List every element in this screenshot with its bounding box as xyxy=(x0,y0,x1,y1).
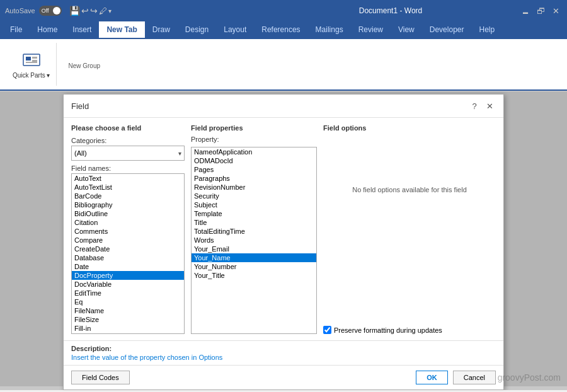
field-list-item[interactable]: DocProperty xyxy=(72,271,184,280)
undo-icon[interactable]: ↩ xyxy=(81,6,89,16)
field-list-item[interactable]: Fill-in xyxy=(72,324,184,333)
title-bar-buttons: 🗕 🗗 ✕ xyxy=(519,4,562,17)
close-button[interactable]: ✕ xyxy=(549,4,562,17)
property-list-item[interactable]: Words xyxy=(192,236,316,245)
field-list-item[interactable]: Eq xyxy=(72,297,184,306)
property-list-item[interactable]: Security xyxy=(192,192,316,200)
svg-rect-4 xyxy=(26,62,37,63)
categories-select[interactable]: (All) ▾ xyxy=(71,146,185,161)
property-list[interactable]: NameofApplicationODMADocIdPagesParagraph… xyxy=(191,147,317,334)
field-list-item[interactable]: AutoTextList xyxy=(72,183,184,192)
field-codes-button[interactable]: Field Codes xyxy=(71,371,130,384)
tab-insert[interactable]: Insert xyxy=(65,21,99,39)
property-list-item[interactable]: TotalEditingTime xyxy=(192,227,316,236)
ribbon-group-quick-parts: Quick Parts ▾ xyxy=(6,43,57,86)
field-list-item[interactable]: Comments xyxy=(72,227,184,236)
field-list-item[interactable]: CreateDate xyxy=(72,245,184,253)
categories-value: (All) xyxy=(74,149,87,157)
description-text: Insert the value of the property chosen … xyxy=(71,354,496,361)
field-list-item[interactable]: Database xyxy=(72,253,184,262)
dropdown-arrow-icon[interactable]: ▾ xyxy=(108,8,112,14)
dialog-action-buttons: OK Cancel xyxy=(416,371,496,384)
field-options-label: Field options xyxy=(323,124,496,132)
autosave-label: AutoSave xyxy=(5,7,35,14)
field-list-item[interactable]: EditTime xyxy=(72,289,184,297)
field-list-item[interactable]: FileSize xyxy=(72,315,184,324)
field-list-item[interactable]: Bibliography xyxy=(72,200,184,209)
dialog-left-column: Please choose a field Categories: (All) … xyxy=(71,124,185,334)
tab-developer[interactable]: Developer xyxy=(422,21,472,39)
property-list-item[interactable]: Pages xyxy=(192,165,316,174)
categories-group: Categories: (All) ▾ xyxy=(71,137,185,161)
redo-icon[interactable]: ↪ xyxy=(90,6,98,16)
dialog-close-button[interactable]: ✕ xyxy=(483,100,496,112)
tab-view[interactable]: View xyxy=(391,21,422,39)
save-icon[interactable]: 💾 xyxy=(69,6,80,16)
description-label: Description: xyxy=(71,345,496,352)
tab-file[interactable]: File xyxy=(3,21,30,39)
categories-arrow-icon: ▾ xyxy=(178,150,181,157)
property-list-item[interactable]: ODMADocId xyxy=(192,156,316,165)
dialog-help-button[interactable]: ? xyxy=(468,100,481,112)
property-list-item[interactable]: Your_Name xyxy=(192,253,316,262)
field-list-item[interactable]: AutoText xyxy=(72,174,184,183)
field-names-list[interactable]: AutoTextAutoTextListBarCodeBibliographyB… xyxy=(71,173,185,334)
property-list-item[interactable]: Your_Number xyxy=(192,262,316,271)
tab-review[interactable]: Review xyxy=(351,21,391,39)
dialog-description: Description: Insert the value of the pro… xyxy=(64,340,503,365)
property-list-item[interactable]: Paragraphs xyxy=(192,174,316,183)
property-list-item[interactable]: Your_Title xyxy=(192,271,316,280)
tab-home[interactable]: Home xyxy=(30,21,65,39)
title-bar: AutoSave Off 💾 ↩ ↪ 🖊 ▾ Document1 - Word … xyxy=(0,0,567,21)
ok-button[interactable]: OK xyxy=(416,371,448,384)
autosave-off-label: Off xyxy=(42,8,49,14)
svg-rect-0 xyxy=(23,54,40,66)
customize-icon[interactable]: 🖊 xyxy=(99,6,107,16)
quick-parts-icon[interactable] xyxy=(21,50,42,71)
dialog-overlay: Field ? ✕ Please choose a field Categori… xyxy=(0,91,567,386)
svg-rect-1 xyxy=(26,57,31,61)
minimize-button[interactable]: 🗕 xyxy=(519,4,532,17)
tab-help[interactable]: Help xyxy=(471,21,502,39)
undo-redo-group: 💾 ↩ ↪ 🖊 ▾ xyxy=(69,6,112,16)
property-list-item[interactable]: Your_Email xyxy=(192,245,316,253)
property-list-item[interactable]: RevisionNumber xyxy=(192,183,316,192)
preserve-formatting-group: Preserve formatting during updates xyxy=(323,326,496,334)
ribbon-tabs: File Home Insert New Tab Draw Design Lay… xyxy=(0,21,567,39)
field-names-group: Field names: AutoTextAutoTextListBarCode… xyxy=(71,164,185,334)
preserve-formatting-label: Preserve formatting during updates xyxy=(334,326,442,334)
field-list-item[interactable]: DocVariable xyxy=(72,280,184,289)
dialog-footer: Field Codes OK Cancel xyxy=(64,365,503,389)
svg-rect-2 xyxy=(32,57,37,59)
title-bar-title: Document1 - Word xyxy=(262,6,519,15)
cancel-button[interactable]: Cancel xyxy=(453,371,496,384)
property-list-item[interactable]: Template xyxy=(192,209,316,218)
field-dialog: Field ? ✕ Please choose a field Categori… xyxy=(63,94,504,390)
property-list-item[interactable]: Title xyxy=(192,218,316,227)
field-options-text: No field options available for this fiel… xyxy=(323,186,496,193)
ribbon: File Home Insert New Tab Draw Design Lay… xyxy=(0,21,567,91)
property-list-item[interactable]: NameofApplication xyxy=(192,147,316,156)
tab-design[interactable]: Design xyxy=(178,21,216,39)
property-label: Property: xyxy=(191,135,317,143)
field-list-item[interactable]: Compare xyxy=(72,236,184,245)
autosave-knob xyxy=(53,7,60,14)
preserve-formatting-checkbox[interactable] xyxy=(323,326,331,334)
tab-layout[interactable]: Layout xyxy=(216,21,254,39)
tab-draw[interactable]: Draw xyxy=(145,21,178,39)
dialog-title-bar: Field ? ✕ xyxy=(64,95,503,118)
field-list-item[interactable]: FileName xyxy=(72,306,184,315)
property-list-item[interactable]: Subject xyxy=(192,200,316,209)
restore-button[interactable]: 🗗 xyxy=(534,4,547,17)
tab-new-tab[interactable]: New Tab xyxy=(99,21,144,39)
field-list-item[interactable]: Date xyxy=(72,262,184,271)
ribbon-group-new-group: New Group xyxy=(62,43,106,86)
autosave-toggle[interactable]: Off xyxy=(39,6,62,16)
tab-references[interactable]: References xyxy=(254,21,307,39)
field-list-item[interactable]: Citation xyxy=(72,218,184,227)
field-list-item[interactable]: BarCode xyxy=(72,192,184,200)
svg-rect-3 xyxy=(32,60,37,62)
field-list-item[interactable]: BidiOutline xyxy=(72,209,184,218)
dialog-title-buttons: ? ✕ xyxy=(468,100,496,112)
tab-mailings[interactable]: Mailings xyxy=(308,21,351,39)
